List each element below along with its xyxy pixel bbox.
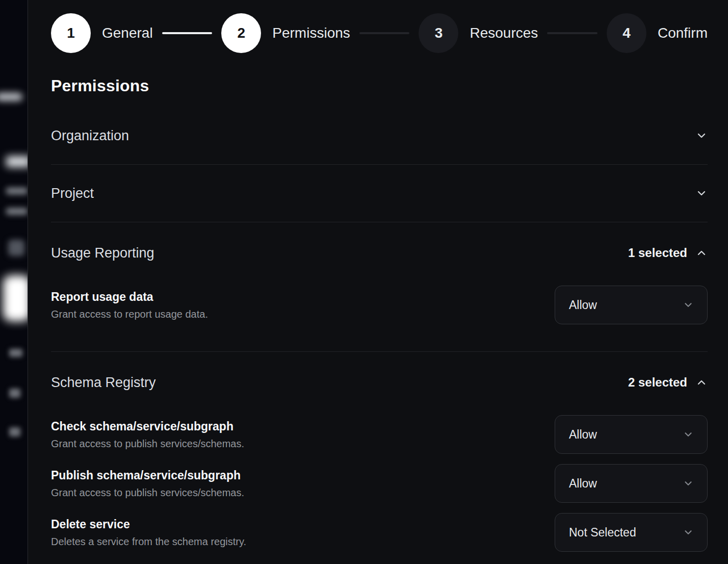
- usage-reporting-items: Report usage data Grant access to report…: [51, 286, 708, 351]
- stepper-connector: [162, 32, 213, 34]
- perm-item-title: Delete service: [51, 517, 246, 532]
- delete-service-select[interactable]: Not Selected: [555, 513, 708, 552]
- perm-item-text: Check schema/service/subgraph Grant acce…: [51, 419, 244, 450]
- perm-item-title: Publish schema/service/subgraph: [51, 468, 244, 483]
- chevron-down-icon: [695, 187, 708, 199]
- section-schema-registry-header[interactable]: Schema Registry 2 selected: [51, 352, 708, 392]
- background-sidebar: [0, 0, 28, 564]
- section-organization-title: Organization: [51, 126, 129, 145]
- report-usage-data-select[interactable]: Allow: [555, 286, 708, 324]
- sidebar-blurred-item: [6, 208, 28, 215]
- perm-item-report-usage-data: Report usage data Grant access to report…: [51, 286, 708, 324]
- perm-item-text: Publish schema/service/subgraph Grant ac…: [51, 468, 244, 499]
- chevron-up-icon: [695, 247, 708, 259]
- step-resources[interactable]: 3 Resources: [419, 13, 538, 53]
- perm-item-title: Report usage data: [51, 289, 208, 304]
- step-resources-number: 3: [419, 13, 458, 53]
- stepper-connector: [359, 32, 410, 34]
- chevron-up-icon: [695, 376, 708, 389]
- schema-registry-selected-count: 2 selected: [628, 375, 687, 390]
- select-value: Allow: [569, 477, 597, 491]
- publish-schema-select[interactable]: Allow: [555, 464, 708, 503]
- usage-reporting-selected-count: 1 selected: [628, 246, 687, 260]
- sidebar-blurred-item: [9, 349, 22, 357]
- step-resources-label: Resources: [470, 25, 538, 41]
- schema-registry-items: Check schema/service/subgraph Grant acce…: [51, 415, 708, 564]
- chevron-down-icon: [683, 299, 694, 311]
- step-permissions-number: 2: [221, 13, 261, 53]
- section-usage-reporting-header[interactable]: Usage Reporting 1 selected: [51, 222, 708, 262]
- perm-item-publish-schema: Publish schema/service/subgraph Grant ac…: [51, 464, 708, 503]
- perm-item-text: Report usage data Grant access to report…: [51, 289, 208, 321]
- select-value: Not Selected: [569, 526, 636, 540]
- check-schema-select[interactable]: Allow: [555, 415, 708, 454]
- create-key-modal: 1 General 2 Permissions 3 Resources 4 Co…: [28, 0, 728, 564]
- chevron-down-icon: [683, 429, 694, 440]
- step-confirm-label: Confirm: [658, 25, 708, 41]
- usage-reporting-selected: 1 selected: [628, 246, 708, 260]
- select-value: Allow: [569, 428, 597, 442]
- section-organization[interactable]: Organization: [51, 107, 708, 165]
- chevron-down-icon: [683, 527, 694, 538]
- screen: 1 General 2 Permissions 3 Resources 4 Co…: [0, 0, 728, 564]
- stepper-connector: [547, 32, 597, 34]
- sidebar-blurred-item: [0, 93, 22, 101]
- section-schema-registry: Schema Registry 2 selected Check schema/…: [51, 352, 708, 564]
- wizard-stepper: 1 General 2 Permissions 3 Resources 4 Co…: [51, 13, 708, 53]
- sidebar-blurred-button: [3, 275, 28, 321]
- sidebar-blurred-item: [9, 427, 20, 437]
- step-general-number: 1: [51, 13, 91, 53]
- step-confirm[interactable]: 4 Confirm: [607, 13, 708, 53]
- permission-sections: Organization Project Usage Reporting: [51, 107, 708, 564]
- sidebar-blurred-item: [6, 188, 28, 194]
- page-title: Permissions: [51, 75, 708, 96]
- perm-item-title: Check schema/service/subgraph: [51, 419, 244, 434]
- perm-item-description: Grant access to publish services/schemas…: [51, 437, 244, 450]
- section-usage-reporting-title: Usage Reporting: [51, 244, 154, 262]
- step-general[interactable]: 1 General: [51, 13, 153, 53]
- select-value: Allow: [569, 298, 597, 312]
- sidebar-blurred-item: [9, 389, 20, 398]
- step-permissions-label: Permissions: [272, 25, 350, 41]
- perm-item-delete-service: Delete service Deletes a service from th…: [51, 513, 708, 552]
- perm-item-text: Delete service Deletes a service from th…: [51, 517, 246, 548]
- section-schema-registry-title: Schema Registry: [51, 373, 156, 392]
- step-general-label: General: [102, 25, 153, 41]
- perm-item-description: Deletes a service from the schema regist…: [51, 535, 246, 548]
- sidebar-blurred-icon: [8, 240, 24, 256]
- step-confirm-number: 4: [607, 13, 646, 53]
- chevron-down-icon: [695, 130, 708, 142]
- section-usage-reporting: Usage Reporting 1 selected Report usage …: [51, 222, 708, 352]
- schema-registry-selected: 2 selected: [628, 375, 708, 390]
- sidebar-blurred-item: [6, 156, 28, 167]
- perm-item-description: Grant access to publish services/schemas…: [51, 486, 244, 499]
- step-permissions[interactable]: 2 Permissions: [221, 13, 350, 53]
- chevron-down-icon: [683, 478, 694, 489]
- perm-item-description: Grant access to report usage data.: [51, 307, 208, 321]
- perm-item-check-schema: Check schema/service/subgraph Grant acce…: [51, 415, 708, 454]
- section-project[interactable]: Project: [51, 165, 708, 222]
- section-project-title: Project: [51, 184, 94, 202]
